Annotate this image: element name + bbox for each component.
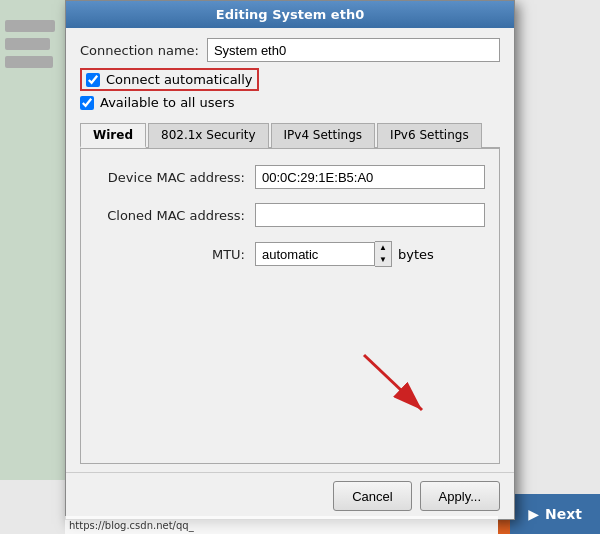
tab-ipv6[interactable]: IPv6 Settings	[377, 123, 482, 148]
available-users-row: Available to all users	[80, 95, 500, 110]
tab-wired[interactable]: Wired	[80, 123, 146, 148]
mtu-label: MTU:	[95, 247, 245, 262]
tab-content-wired: Device MAC address: Cloned MAC address: …	[80, 149, 500, 464]
connect-auto-checkbox[interactable]	[86, 73, 100, 87]
cloned-mac-label: Cloned MAC address:	[95, 208, 245, 223]
tab-802-1x[interactable]: 802.1x Security	[148, 123, 269, 148]
cloned-mac-row: Cloned MAC address:	[95, 203, 485, 227]
dialog-title: Editing System eth0	[66, 1, 514, 28]
mtu-row: MTU: ▲ ▼ bytes	[95, 241, 485, 267]
mtu-spinner: ▲ ▼	[375, 241, 392, 267]
device-mac-label: Device MAC address:	[95, 170, 245, 185]
connection-name-row: Connection name:	[80, 38, 500, 62]
mtu-up-button[interactable]: ▲	[375, 242, 391, 254]
editing-dialog: Editing System eth0 Connection name: Con…	[65, 0, 515, 520]
connection-name-input[interactable]	[207, 38, 500, 62]
cancel-button[interactable]: Cancel	[333, 481, 411, 511]
mtu-down-button[interactable]: ▼	[375, 254, 391, 266]
dialog-overlay: Editing System eth0 Connection name: Con…	[0, 0, 600, 534]
dialog-body: Connection name: Connect automatically A…	[66, 28, 514, 472]
connect-auto-box: Connect automatically	[80, 68, 259, 91]
tab-bar: Wired 802.1x Security IPv4 Settings IPv6…	[80, 122, 500, 149]
available-users-checkbox[interactable]	[80, 96, 94, 110]
connection-name-label: Connection name:	[80, 43, 199, 58]
dialog-footer: Cancel Apply...	[66, 472, 514, 519]
cloned-mac-input[interactable]	[255, 203, 485, 227]
url-bar: https://blog.csdn.net/qq_	[65, 516, 498, 534]
connect-auto-label: Connect automatically	[106, 72, 253, 87]
available-users-label: Available to all users	[100, 95, 235, 110]
connect-auto-row: Connect automatically	[80, 68, 500, 91]
apply-button[interactable]: Apply...	[420, 481, 500, 511]
mtu-input[interactable]	[255, 242, 375, 266]
device-mac-row: Device MAC address:	[95, 165, 485, 189]
mtu-unit: bytes	[398, 247, 434, 262]
tab-ipv4[interactable]: IPv4 Settings	[271, 123, 376, 148]
mtu-input-wrap: ▲ ▼ bytes	[255, 241, 434, 267]
device-mac-input[interactable]	[255, 165, 485, 189]
